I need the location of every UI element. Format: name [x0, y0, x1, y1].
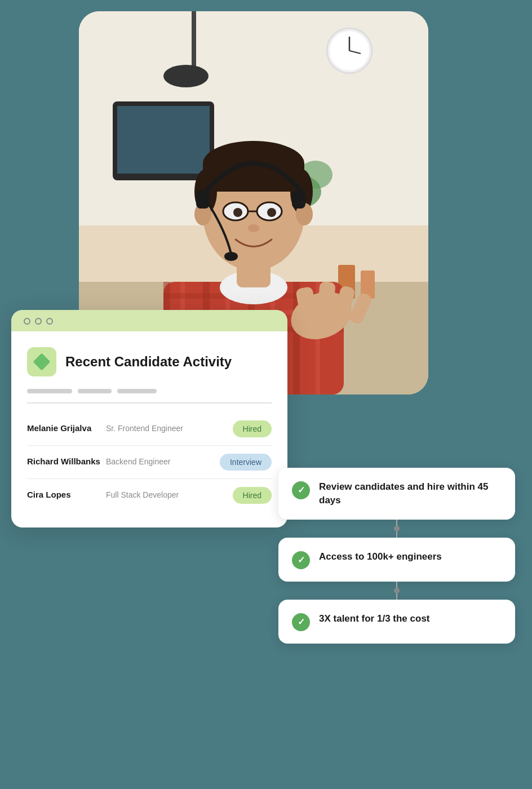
connector-2 — [278, 582, 515, 600]
candidate-name-1: Melanie Grijalva — [27, 423, 100, 434]
svg-rect-44 — [196, 190, 210, 209]
connector-dot-1 — [394, 526, 400, 531]
filter-pills — [27, 389, 272, 393]
candidate-name-2: Richard Willbanks — [27, 456, 100, 467]
candidate-role-3: Full Stack Developer — [106, 490, 227, 500]
filter-pill-1[interactable] — [27, 389, 72, 393]
card-title-row: Recent Candidate Activity — [27, 347, 272, 376]
diamond-icon — [33, 353, 50, 370]
window-dot-2 — [35, 318, 42, 325]
card-title: Recent Candidate Activity — [65, 353, 232, 370]
connector-dot-2 — [394, 588, 400, 593]
filter-pill-2[interactable] — [78, 389, 112, 393]
check-circle-3: ✓ — [292, 613, 310, 631]
card-dots — [24, 318, 275, 325]
check-icon-3: ✓ — [298, 618, 305, 627]
feature-card-2: ✓ Access to 100k+ engineers — [278, 538, 515, 582]
svg-rect-6 — [117, 106, 210, 174]
check-circle-1: ✓ — [292, 481, 310, 499]
feature-text-3: 3X talent for 1/3 the cost — [319, 612, 430, 626]
card-icon — [27, 347, 56, 376]
card-body: Recent Candidate Activity Melanie Grijal… — [11, 331, 287, 528]
feature-card-1: ✓ Review candidates and hire within 45 d… — [278, 468, 515, 520]
svg-rect-45 — [292, 190, 305, 209]
activity-card: Recent Candidate Activity Melanie Grijal… — [11, 310, 287, 528]
svg-rect-49 — [317, 281, 336, 319]
candidate-name-3: Cira Lopes — [27, 489, 100, 500]
divider-top — [27, 402, 272, 404]
feature-text-2: Access to 100k+ engineers — [319, 550, 442, 564]
features-column: ✓ Review candidates and hire within 45 d… — [278, 468, 515, 644]
main-container: Recent Candidate Activity Melanie Grijal… — [0, 0, 532, 789]
filter-pill-3[interactable] — [117, 389, 157, 393]
candidate-row: Cira Lopes Full Stack Developer Hired — [27, 478, 272, 512]
check-icon-2: ✓ — [298, 556, 305, 565]
feature-card-3: ✓ 3X talent for 1/3 the cost — [278, 600, 515, 644]
check-circle-2: ✓ — [292, 551, 310, 569]
candidate-row: Melanie Grijalva Sr. Frontend Engineer H… — [27, 413, 272, 445]
svg-point-40 — [233, 208, 242, 217]
feature-text-1: Review candidates and hire within 45 day… — [319, 480, 502, 507]
status-badge-2: Interview — [220, 454, 272, 471]
svg-point-46 — [224, 252, 238, 261]
candidate-role-1: Sr. Frontend Engineer — [106, 423, 227, 434]
candidate-role-2: Backend Engineer — [106, 456, 214, 467]
svg-point-15 — [163, 65, 209, 87]
candidate-row: Richard Willbanks Backend Engineer Inter… — [27, 445, 272, 478]
check-icon-1: ✓ — [298, 486, 305, 495]
connector-1 — [278, 520, 515, 538]
window-dot-1 — [24, 318, 30, 325]
status-badge-3: Hired — [233, 487, 272, 504]
svg-point-43 — [248, 224, 259, 232]
window-dot-3 — [46, 318, 53, 325]
card-header-bar — [11, 310, 287, 331]
svg-point-41 — [267, 208, 276, 217]
status-badge-1: Hired — [233, 420, 272, 437]
